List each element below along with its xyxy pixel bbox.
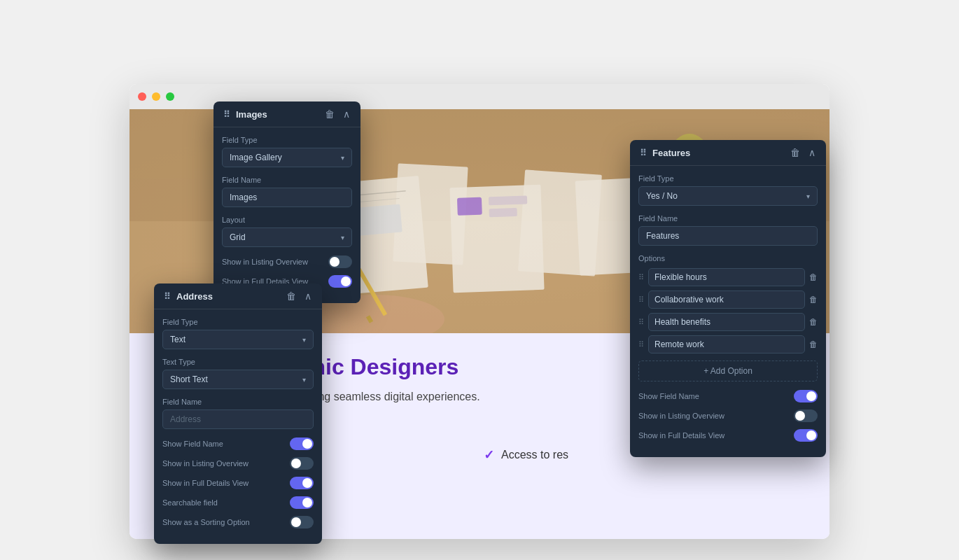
images-layout-select[interactable]: Grid ▾	[222, 227, 352, 247]
images-field-name-row: Field Name Images	[222, 176, 352, 207]
address-show-listing-row: Show in Listing Overview	[162, 457, 314, 470]
images-layout-label: Layout	[222, 216, 352, 224]
features-field-type-row: Field Type Yes / No ▾	[638, 174, 818, 206]
traffic-light-yellow[interactable]	[152, 92, 160, 101]
features-show-full-label: Show in Full Details View	[638, 430, 724, 440]
images-field-name-label: Field Name	[222, 176, 352, 184]
features-collapse-button[interactable]: ∧	[806, 147, 818, 158]
svg-rect-11	[489, 195, 527, 205]
address-show-full-row: Show in Full Details View	[162, 477, 314, 489]
images-layout-row: Layout Grid ▾	[222, 216, 352, 247]
address-panel-title: ⠿ Address	[162, 291, 213, 302]
option-item-0: ⠿ 🗑	[638, 268, 818, 286]
svg-rect-12	[489, 208, 517, 217]
address-text-type-chevron: ▾	[302, 376, 306, 384]
address-show-listing-toggle[interactable]	[290, 457, 314, 470]
address-text-type-select[interactable]: Short Text ▾	[162, 370, 314, 389]
images-show-listing-label: Show in Listing Overview	[222, 257, 308, 267]
option-item-2: ⠿ 🗑	[638, 313, 818, 331]
option-input-1[interactable]	[648, 290, 805, 309]
address-field-type-select[interactable]: Text ▾	[162, 330, 314, 349]
images-panel: ⠿ Images 🗑 ∧ Field Type Image Gallery ▾ …	[214, 102, 360, 303]
option-drag-1[interactable]: ⠿	[638, 295, 644, 304]
option-item-1: ⠿ 🗑	[638, 290, 818, 309]
features-field-type-select[interactable]: Yes / No ▾	[638, 186, 818, 206]
option-drag-3[interactable]: ⠿	[638, 340, 644, 349]
traffic-light-red[interactable]	[138, 92, 146, 101]
images-collapse-button[interactable]: ∧	[341, 108, 352, 120]
features-options-section: Options ⠿ 🗑 ⠿ 🗑 ⠿ 🗑 ⠿	[638, 254, 818, 354]
features-panel-header: ⠿ Features 🗑 ∧	[630, 140, 826, 166]
address-field-type-row: Field Type Text ▾	[162, 318, 314, 349]
address-sorting-label: Show as a Sorting Option	[162, 517, 250, 527]
address-show-full-toggle[interactable]	[290, 477, 314, 489]
traffic-light-green[interactable]	[166, 92, 174, 101]
features-field-name-input[interactable]: Features	[638, 226, 818, 246]
address-show-field-name-row: Show Field Name	[162, 438, 314, 450]
address-show-field-name-label: Show Field Name	[162, 439, 223, 449]
address-panel: ⠿ Address 🗑 ∧ Field Type Text ▾ Text Typ…	[154, 284, 322, 544]
features-show-listing-label: Show in Listing Overview	[638, 411, 724, 421]
feature-access-text: Access to res	[501, 449, 568, 461]
features-field-name-row: Field Name Features	[638, 214, 818, 246]
address-collapse-button[interactable]: ∧	[302, 290, 314, 302]
features-panel-title: ⠿ Features	[638, 148, 690, 158]
features-show-listing-row: Show in Listing Overview	[638, 410, 818, 422]
option-delete-2[interactable]: 🗑	[809, 317, 818, 327]
images-field-type-label: Field Type	[222, 136, 352, 144]
option-input-0[interactable]	[648, 268, 805, 286]
address-show-full-label: Show in Full Details View	[162, 478, 248, 488]
features-panel-actions: 🗑 ∧	[790, 147, 818, 158]
images-drag-icon: ⠿	[222, 109, 232, 119]
address-searchable-label: Searchable field	[162, 498, 218, 507]
features-show-full-row: Show in Full Details View	[638, 429, 818, 442]
images-show-listing-toggle[interactable]	[328, 255, 352, 268]
images-field-type-chevron: ▾	[341, 154, 344, 162]
images-field-type-select[interactable]: Image Gallery ▾	[222, 148, 352, 167]
address-drag-icon: ⠿	[162, 291, 172, 301]
address-field-type-label: Field Type	[162, 318, 314, 326]
features-field-type-chevron: ▾	[806, 192, 810, 200]
address-panel-body: Field Type Text ▾ Text Type Short Text ▾…	[154, 309, 322, 544]
option-drag-0[interactable]: ⠿	[638, 273, 644, 282]
features-field-name-label: Field Name	[638, 214, 818, 223]
option-input-3[interactable]	[648, 335, 805, 354]
images-show-listing-row: Show in Listing Overview	[222, 255, 352, 268]
features-show-listing-toggle[interactable]	[794, 410, 818, 422]
images-field-type-row: Field Type Image Gallery ▾	[222, 136, 352, 167]
address-sorting-toggle[interactable]	[290, 516, 314, 528]
images-panel-actions: 🗑 ∧	[324, 108, 352, 120]
features-drag-icon: ⠿	[638, 148, 648, 158]
address-delete-button[interactable]: 🗑	[286, 290, 297, 302]
address-text-type-row: Text Type Short Text ▾	[162, 358, 314, 389]
address-searchable-toggle[interactable]	[290, 496, 314, 509]
option-delete-1[interactable]: 🗑	[809, 295, 818, 304]
images-show-full-toggle[interactable]	[328, 275, 352, 288]
images-panel-title: ⠿ Images	[222, 109, 267, 120]
address-panel-actions: 🗑 ∧	[286, 290, 314, 302]
images-field-name-input[interactable]: Images	[222, 188, 352, 207]
option-delete-0[interactable]: 🗑	[809, 272, 818, 282]
images-delete-button[interactable]: 🗑	[324, 108, 335, 120]
address-field-name-row: Field Name Address	[162, 398, 314, 429]
option-drag-2[interactable]: ⠿	[638, 318, 644, 327]
features-delete-button[interactable]: 🗑	[790, 147, 801, 158]
address-show-field-name-toggle[interactable]	[290, 438, 314, 450]
features-show-field-name-toggle[interactable]	[794, 390, 818, 402]
address-searchable-row: Searchable field	[162, 496, 314, 509]
address-text-type-label: Text Type	[162, 358, 314, 366]
option-delete-3[interactable]: 🗑	[809, 340, 818, 349]
address-field-name-input[interactable]: Address	[162, 410, 314, 429]
address-show-listing-label: Show in Listing Overview	[162, 458, 248, 468]
option-item-3: ⠿ 🗑	[638, 335, 818, 354]
check-icon-access: ✓	[484, 447, 494, 463]
features-options-label: Options	[638, 254, 818, 262]
address-field-type-chevron: ▾	[302, 336, 306, 344]
add-option-button[interactable]: + Add Option	[638, 360, 818, 382]
address-sorting-row: Show as a Sorting Option	[162, 516, 314, 528]
option-input-2[interactable]	[648, 313, 805, 331]
svg-rect-10	[457, 197, 482, 216]
address-field-name-label: Field Name	[162, 398, 314, 406]
features-show-full-toggle[interactable]	[794, 429, 818, 442]
images-panel-header: ⠿ Images 🗑 ∧	[214, 102, 360, 127]
